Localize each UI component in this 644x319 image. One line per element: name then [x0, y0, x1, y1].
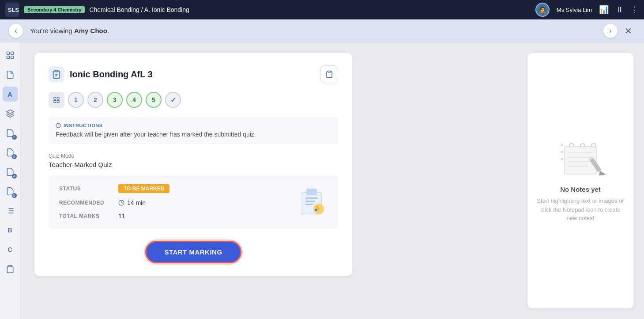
instructions-header: INSTRUCTIONS — [56, 123, 331, 128]
nav-right: 🧑‍🏫 Ms Sylvia Lim 📊 ⏸ ⋮ — [535, 3, 639, 17]
notes-subtitle: Start highlighting text or images or cli… — [536, 197, 625, 223]
sidebar-item-4[interactable]: 4 — [3, 164, 18, 179]
svg-rect-4 — [7, 56, 9, 59]
quiz-mode-value: Teacher-Marked Quiz — [49, 161, 338, 168]
close-button[interactable]: ✕ — [621, 24, 635, 38]
notes-panel: No Notes yet Start highlighting text or … — [527, 53, 633, 308]
svg-point-33 — [315, 209, 317, 211]
svg-rect-14 — [55, 70, 58, 72]
prev-student-button[interactable]: ‹ — [9, 24, 23, 38]
quiz-title-row: Ionic Bonding AfL 3 — [49, 65, 338, 83]
svg-rect-28 — [305, 197, 318, 199]
svg-rect-17 — [328, 71, 331, 72]
sidebar-item-list[interactable] — [3, 203, 18, 218]
svg-rect-2 — [7, 52, 9, 55]
viewing-label: You're viewing Amy Choo. — [30, 27, 596, 34]
sidebar-item-layers[interactable] — [3, 106, 18, 121]
svg-rect-30 — [305, 204, 313, 205]
top-navigation: SLS Secondary 4 Chemistry Chemical Bondi… — [0, 0, 644, 19]
status-box: STATUS TO BE MARKED RECOMMENDED 14 min T… — [49, 175, 338, 228]
total-marks-label: TOTAL MARKS — [59, 213, 112, 219]
question-tabs: 1 2 3 4 5 ✓ — [49, 92, 338, 108]
instructions-text: Feedback will be given after your teache… — [56, 131, 331, 138]
quiz-mode-label: Quiz Mode — [49, 153, 338, 159]
sidebar: A 2 3 4 5 B C — [0, 42, 20, 319]
sls-logo: SLS — [5, 3, 19, 17]
quiz-title-left: Ionic Bonding AfL 3 — [49, 66, 153, 82]
tab-all[interactable] — [49, 92, 64, 108]
tab-q3[interactable]: 3 — [107, 92, 123, 108]
quiz-title: Ionic Bonding AfL 3 — [70, 69, 153, 80]
badge-2: 2 — [12, 135, 17, 140]
svg-rect-3 — [11, 52, 13, 55]
instructions-label: INSTRUCTIONS — [64, 123, 103, 128]
sidebar-item-document[interactable] — [3, 67, 18, 82]
sidebar-item-clipboard[interactable] — [3, 262, 18, 277]
breadcrumb: Chemical Bonding / A. Ionic Bonding — [89, 6, 531, 13]
bar-chart-icon[interactable]: 📊 — [599, 5, 609, 15]
status-info: STATUS TO BE MARKED RECOMMENDED 14 min T… — [59, 184, 169, 220]
sidebar-item-c[interactable]: C — [3, 242, 18, 257]
quiz-action-button[interactable] — [320, 65, 338, 83]
svg-rect-5 — [11, 56, 13, 59]
clock-icon — [118, 200, 124, 206]
total-marks-row: TOTAL MARKS 11 — [59, 213, 169, 220]
quiz-panel: Ionic Bonding AfL 3 1 2 3 4 5 — [34, 53, 352, 276]
recommended-label: RECOMMENDED — [59, 200, 112, 206]
notes-title: No Notes yet — [560, 186, 601, 193]
more-options-icon[interactable]: ⋮ — [631, 5, 639, 15]
main-layout: A 2 3 4 5 B C — [0, 42, 644, 319]
svg-rect-19 — [57, 97, 59, 99]
breadcrumb-part2: A. Ionic Bonding — [144, 6, 189, 13]
svg-rect-20 — [54, 100, 56, 103]
status-row: STATUS TO BE MARKED — [59, 184, 169, 193]
avatar: 🧑‍🏫 — [535, 3, 550, 17]
course-badge: Secondary 4 Chemistry — [24, 6, 85, 13]
recommended-row: RECOMMENDED 14 min — [59, 199, 169, 206]
tab-check[interactable]: ✓ — [165, 92, 181, 108]
sidebar-item-3[interactable]: 3 — [3, 145, 18, 160]
badge-5: 5 — [12, 193, 17, 198]
svg-marker-6 — [6, 110, 14, 114]
username-label: Ms Sylvia Lim — [557, 7, 592, 13]
c-label: C — [8, 246, 12, 253]
breadcrumb-part1: Chemical Bonding — [89, 6, 139, 13]
tab-q5[interactable]: 5 — [146, 92, 162, 108]
svg-rect-21 — [57, 100, 59, 103]
notes-illustration — [558, 139, 603, 178]
svg-rect-29 — [305, 201, 315, 202]
tab-q2[interactable]: 2 — [87, 92, 103, 108]
content-area: Ionic Bonding AfL 3 1 2 3 4 5 — [20, 42, 527, 319]
svg-rect-27 — [306, 189, 317, 195]
badge-4: 4 — [12, 174, 17, 178]
svg-rect-13 — [8, 266, 11, 267]
viewing-text: You're viewing — [30, 27, 74, 34]
total-marks-value: 11 — [118, 213, 125, 220]
svg-text:SLS: SLS — [8, 7, 19, 13]
quiz-icon — [49, 66, 64, 82]
student-name: Amy Choo — [74, 27, 107, 34]
breadcrumb-separator: / — [141, 6, 144, 13]
svg-point-45 — [561, 144, 563, 146]
status-badge: TO BE MARKED — [118, 184, 169, 193]
sidebar-item-5[interactable]: 5 — [3, 184, 18, 199]
clipboard-illustration — [296, 184, 328, 216]
sidebar-item-grid[interactable] — [3, 48, 18, 63]
student-bar: ‹ You're viewing Amy Choo. › ✕ — [0, 19, 644, 42]
pause-icon[interactable]: ⏸ — [616, 5, 624, 15]
status-label: STATUS — [59, 186, 112, 192]
svg-point-46 — [561, 151, 563, 153]
instructions-box: INSTRUCTIONS Feedback will be given afte… — [49, 117, 338, 144]
next-student-button[interactable]: › — [603, 24, 618, 38]
recommended-time: 14 min — [118, 199, 146, 206]
sidebar-item-2[interactable]: 2 — [3, 125, 18, 141]
sidebar-item-user[interactable]: A — [3, 87, 18, 102]
svg-point-47 — [561, 158, 563, 160]
sidebar-item-b[interactable]: B — [3, 223, 18, 238]
tab-q4[interactable]: 4 — [126, 92, 142, 108]
start-marking-button[interactable]: START MARKING — [145, 241, 241, 263]
user-a-label: A — [8, 91, 12, 98]
b-label: B — [8, 227, 12, 234]
svg-rect-18 — [54, 97, 56, 99]
tab-q1[interactable]: 1 — [68, 92, 84, 108]
